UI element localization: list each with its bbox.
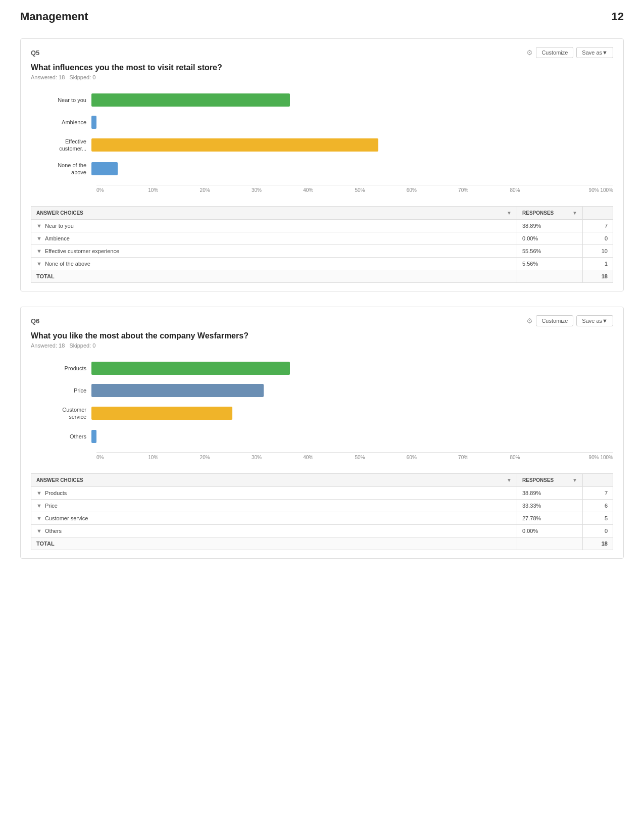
q6-meta: Answered: 18 Skipped: 0	[31, 342, 613, 349]
q5-bar-label-2: Effectivecustomer...	[31, 138, 91, 153]
q5-bar-label-1: Ambience	[31, 119, 91, 126]
total-count: 18	[583, 537, 613, 550]
choice-label: ▼None of the above	[31, 258, 517, 270]
choice-count: 7	[583, 486, 613, 499]
q6-bar-row-2: Customerservice	[31, 406, 613, 421]
q5-bar-row-1: Ambience	[31, 116, 613, 129]
q6-id: Q6	[31, 317, 39, 325]
page-header: Management 12	[20, 10, 624, 23]
q6-bar-label-1: Price	[31, 387, 91, 394]
q6-chart-axis: 0% 10% 20% 30% 40% 50% 60% 70% 80% 90% 1…	[96, 452, 613, 460]
q5-bar-row-2: Effectivecustomer...	[31, 138, 613, 153]
choice-label: ▼Customer service	[31, 512, 517, 524]
q5-axis-4: 40%	[303, 187, 355, 193]
table-row: ▼Others 0.00% 0	[31, 524, 613, 537]
q6-th-responses-arrow[interactable]: ▼	[572, 477, 577, 483]
q5-bar-row-0: Near to you	[31, 93, 613, 107]
arrow-icon: ▼	[36, 235, 42, 241]
q6-table: ANSWER CHOICES ▼ RESPONSES ▼ ▼Products 3…	[31, 473, 613, 550]
q6-bar-label-2: Customerservice	[31, 406, 91, 421]
arrow-icon: ▼	[36, 248, 42, 254]
q5-bar-3	[91, 162, 118, 175]
choice-pct: 33.33%	[517, 499, 583, 512]
arrow-icon: ▼	[36, 490, 42, 496]
choice-count: 10	[583, 245, 613, 258]
q5-th-choices-arrow[interactable]: ▼	[507, 210, 512, 216]
q5-th-count	[583, 207, 613, 220]
q5-skipped: Skipped: 0	[69, 74, 95, 80]
q5-bar-area-2	[91, 138, 613, 152]
choice-pct: 0.00%	[517, 232, 583, 245]
q6-customize-button[interactable]: Customize	[536, 315, 573, 326]
arrow-icon: ▼	[36, 503, 42, 509]
choice-label: ▼Others	[31, 524, 517, 537]
q6-axis-8: 80%	[510, 455, 561, 460]
q5-bar-0	[91, 93, 290, 107]
q6-axis-1: 10%	[148, 455, 200, 460]
q6-bar-area-3	[91, 430, 613, 443]
q5-actions: ⚙ Customize Save as▼	[526, 47, 613, 58]
q6-bar-row-0: Products	[31, 362, 613, 375]
q5-bar-1	[91, 116, 96, 129]
q6-actions: ⚙ Customize Save as▼	[526, 315, 613, 326]
q5-question-text: What influences you the most to visit re…	[31, 63, 613, 72]
page-title: Management	[20, 10, 88, 23]
choice-count: 0	[583, 232, 613, 245]
q6-bar-label-3: Others	[31, 433, 91, 440]
choice-count: 6	[583, 499, 613, 512]
total-label: TOTAL	[31, 537, 517, 550]
q6-skipped: Skipped: 0	[69, 342, 95, 349]
q6-axis-6: 60%	[407, 455, 458, 460]
settings-icon-q6: ⚙	[526, 317, 533, 325]
q5-axis-9: 90% 100%	[562, 187, 613, 193]
q5-axis-8: 80%	[510, 187, 561, 193]
arrow-icon: ▼	[36, 261, 42, 267]
table-row: ▼Ambience 0.00% 0	[31, 232, 613, 245]
q6-bar-0	[91, 362, 290, 375]
arrow-icon: ▼	[36, 223, 42, 229]
table-row: ▼None of the above 5.56% 1	[31, 258, 613, 270]
q6-bar-1	[91, 384, 264, 397]
q5-bar-2	[91, 138, 378, 152]
choice-count: 5	[583, 512, 613, 524]
q5-axis-0: 0%	[96, 187, 148, 193]
q5-bar-area-0	[91, 93, 613, 107]
q5-header: Q5 ⚙ Customize Save as▼	[31, 47, 613, 58]
choice-pct: 38.89%	[517, 220, 583, 232]
q6-th-count	[583, 473, 613, 486]
choice-count: 0	[583, 524, 613, 537]
q5-customize-button[interactable]: Customize	[536, 47, 573, 58]
q5-th-responses-arrow[interactable]: ▼	[572, 210, 577, 216]
arrow-icon: ▼	[36, 515, 42, 521]
total-row: TOTAL18	[31, 537, 613, 550]
q5-axis-1: 10%	[148, 187, 200, 193]
total-row: TOTAL18	[31, 270, 613, 283]
q6-th-choices-arrow[interactable]: ▼	[507, 477, 512, 483]
q6-chart: Products Price Customerservice Others 0	[31, 357, 613, 465]
choice-label: ▼Products	[31, 486, 517, 499]
question-block-q5: Q5 ⚙ Customize Save as▼ What influences …	[20, 38, 624, 291]
q6-th-choices: ANSWER CHOICES ▼	[31, 473, 517, 486]
q5-axis-2: 20%	[200, 187, 252, 193]
q6-axis-3: 30%	[252, 455, 303, 460]
q5-axis-7: 70%	[458, 187, 510, 193]
q6-bar-label-0: Products	[31, 365, 91, 372]
q6-question-text: What you like the most about the company…	[31, 331, 613, 340]
q6-bar-row-3: Others	[31, 430, 613, 443]
total-count: 18	[583, 270, 613, 283]
q6-saveas-button[interactable]: Save as▼	[576, 315, 613, 326]
choice-pct: 38.89%	[517, 486, 583, 499]
q6-bar-row-1: Price	[31, 384, 613, 397]
choice-label: ▼Near to you	[31, 220, 517, 232]
q6-axis-4: 40%	[303, 455, 355, 460]
q5-saveas-button[interactable]: Save as▼	[576, 47, 613, 58]
q6-axis-0: 0%	[96, 455, 148, 460]
table-row: ▼Price 33.33% 6	[31, 499, 613, 512]
page-number: 12	[612, 10, 624, 23]
q5-th-choices: ANSWER CHOICES ▼	[31, 207, 517, 220]
q5-meta: Answered: 18 Skipped: 0	[31, 74, 613, 80]
q5-axis-3: 30%	[252, 187, 303, 193]
q6-bar-area-2	[91, 407, 613, 420]
choice-pct: 55.56%	[517, 245, 583, 258]
q5-bar-label-0: Near to you	[31, 96, 91, 104]
